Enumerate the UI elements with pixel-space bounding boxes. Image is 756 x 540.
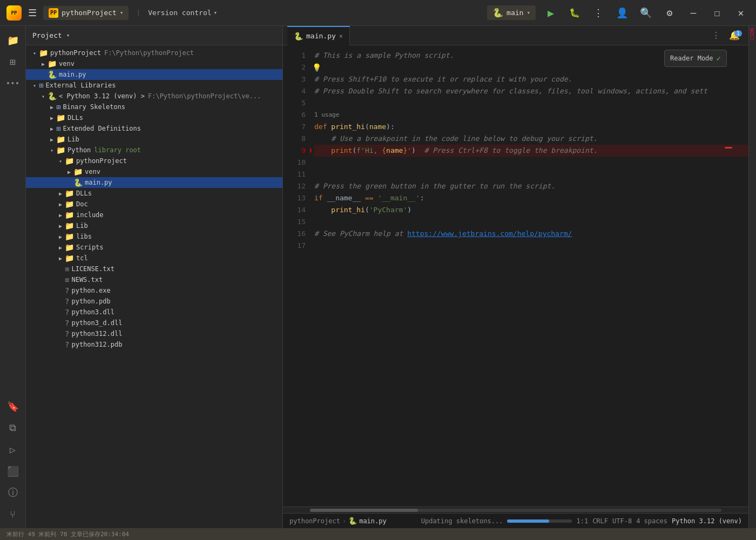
tree-arrow-binary-skeletons[interactable]: ▶ [48, 103, 56, 111]
project-panel-header[interactable]: Project ▾ [26, 26, 282, 45]
tree-item-python3-dll[interactable]: ▶ ? python3.dll [26, 307, 282, 318]
code-editor[interactable]: Reader Mode ✓ # This is a sample Python … [310, 45, 748, 507]
tree-item-lib-sub[interactable]: ▶ 📁 Lib [26, 220, 282, 231]
run-button[interactable]: ▶ [542, 4, 559, 22]
status-position[interactable]: 1:1 [576, 517, 588, 525]
tree-item-license[interactable]: ▶ ≡ LICENSE.txt [26, 264, 282, 274]
lightbulb-icon[interactable]: 💡 [312, 62, 321, 73]
status-encoding[interactable]: UTF-8 [612, 517, 632, 525]
tree-item-pythonProject-sub[interactable]: ▾ 📁 pythonProject [26, 156, 282, 166]
tree-item-main-py-sub[interactable]: ▶ 🐍 main.py [26, 177, 282, 188]
tree-item-venv[interactable]: ▶ 📁 venv [26, 58, 282, 69]
tree-item-dlls-ext[interactable]: ▶ 📁 DLLs [26, 112, 282, 123]
lib-icon-ext-defs: ⊞ [56, 124, 60, 133]
tree-item-python312-pdb[interactable]: ▶ ? python312.pdb [26, 339, 282, 350]
tree-item-binary-skeletons[interactable]: ▶ ⊞ Binary Skeletons [26, 102, 282, 112]
tree-label-news: NEWS.txt [71, 276, 103, 284]
run-config-selector[interactable]: 🐍 main ▾ [487, 5, 536, 20]
tree-item-ext-libraries[interactable]: ▾ ⊞ External Libraries [26, 80, 282, 91]
tree-label-scripts: Scripts [76, 244, 104, 251]
tree-item-include[interactable]: ▶ 📁 include [26, 210, 282, 220]
tree-arrow-dlls-sub[interactable]: ▶ [56, 189, 65, 198]
tab-main-py[interactable]: 🐍 main.py × [287, 26, 350, 45]
tree-arrow-dlls-ext[interactable]: ▶ [48, 113, 56, 122]
search-button[interactable]: 🔍 [637, 4, 654, 22]
tree-item-extended-defs[interactable]: ▶ ⊞ Extended Definitions [26, 123, 282, 134]
tree-label-doc: Doc [76, 200, 88, 208]
sidebar-item-plugins[interactable]: ⊞ [3, 52, 23, 71]
tree-arrow-pythonProject-sub[interactable]: ▾ [56, 157, 65, 165]
tab-close-btn[interactable]: × [339, 32, 343, 40]
tree-arrow-venv-sub[interactable]: ▶ [65, 167, 73, 176]
tree-item-python312[interactable]: ▾ 🐍 < Python 3.12 (venv) > F:\Python\pyt… [26, 91, 282, 102]
settings-button[interactable]: ⚙ [661, 4, 678, 22]
minimize-button[interactable]: — [685, 4, 702, 22]
tree-item-doc[interactable]: ▶ 📁 Doc [26, 199, 282, 210]
tree-item-dlls-sub[interactable]: ▶ 📁 DLLs [26, 188, 282, 199]
sidebar-item-terminal[interactable]: ⬛ [3, 461, 23, 481]
close-button[interactable]: ✕ [732, 4, 750, 22]
sidebar-item-layers[interactable]: ⧉ [3, 418, 23, 437]
tree-item-pythonProject[interactable]: ▾ 📁 pythonProject F:\Python\pythonProjec… [26, 48, 282, 58]
sidebar-item-bookmarks[interactable]: 🔖 [3, 396, 23, 416]
tree-item-python-lib-root[interactable]: ▾ 📁 Python library root [26, 145, 282, 156]
right-panel-csdn[interactable]: CSDN [749, 26, 756, 42]
tree-arrow-ext-libraries[interactable]: ▾ [30, 81, 39, 90]
tree-item-main-py[interactable]: ▶ 🐍 main.py [26, 69, 282, 80]
tree-arrow-tcl[interactable]: ▶ [56, 254, 65, 262]
breakpoint-dot[interactable] [310, 147, 312, 154]
tree-label-main-py-sub: main.py [85, 179, 112, 186]
tree-arrow-doc[interactable]: ▶ [56, 200, 65, 208]
tree-arrow-scripts[interactable]: ▶ [56, 243, 65, 252]
tree-arrow-python-lib-root[interactable]: ▾ [48, 146, 56, 154]
pycharm-help-link[interactable]: https://www.jetbrains.com/help/pycharm/ [407, 228, 572, 240]
tree-arrow-libs[interactable]: ▶ [56, 232, 65, 241]
sidebar-item-info[interactable]: ⓘ [3, 483, 23, 502]
tree-arrow-lib-ext[interactable]: ▶ [48, 135, 56, 144]
tree-path-pythonProject: F:\Python\pythonProject [104, 49, 194, 57]
code-paren-close: ) [411, 145, 416, 157]
editor-hscrollbar[interactable] [283, 507, 748, 513]
right-panel-strip: CSDN [748, 26, 756, 528]
tree-item-python-pdb[interactable]: ▶ ? python.pdb [26, 296, 282, 307]
sidebar-item-more[interactable]: ••• [3, 73, 23, 93]
tree-arrow-include[interactable]: ▶ [56, 211, 65, 219]
tree-item-scripts[interactable]: ▶ 📁 Scripts [26, 242, 282, 253]
line-16: 16 [283, 228, 306, 240]
status-indent[interactable]: 4 spaces [636, 517, 667, 525]
tree-item-news[interactable]: ▶ ≡ NEWS.txt [26, 274, 282, 285]
more-actions-button[interactable]: ⋮ [590, 4, 607, 22]
status-python-version[interactable]: Python 3.12 (venv) [672, 517, 742, 525]
version-control-btn[interactable]: Version control ▾ [148, 9, 217, 17]
line-8: 8 [283, 133, 306, 145]
tree-item-python3-d-dll[interactable]: ▶ ? python3_d.dll [26, 318, 282, 328]
tree-arrow-pythonProject[interactable]: ▾ [30, 49, 39, 57]
tree-item-venv-sub[interactable]: ▶ 📁 venv [26, 166, 282, 177]
sidebar-item-run2[interactable]: ▷ [3, 440, 23, 459]
tree-item-libs[interactable]: ▶ 📁 libs [26, 231, 282, 242]
tab-bell-btn[interactable]: 🔔 1 [725, 30, 744, 40]
sidebar-item-git[interactable]: ⑂ [3, 504, 23, 524]
py-icon-main: 🐍 [48, 70, 57, 79]
hamburger-menu[interactable]: ☰ [28, 7, 37, 18]
tree-arrow-venv[interactable]: ▶ [39, 59, 48, 68]
debug-button[interactable]: 🐛 [566, 4, 583, 22]
tree-item-python312-dll[interactable]: ▶ ? python312.dll [26, 328, 282, 339]
hscroll-track[interactable] [310, 509, 721, 512]
sidebar-item-project[interactable]: 📁 [3, 30, 23, 50]
tree-item-lib-ext[interactable]: ▶ 📁 Lib [26, 134, 282, 145]
tree-arrow-lib-sub[interactable]: ▶ [56, 221, 65, 230]
status-line-endings[interactable]: CRLF [592, 517, 608, 525]
tree-arrow-extended-defs[interactable]: ▶ [48, 124, 56, 133]
project-selector[interactable]: PP pythonProject ▾ [43, 6, 129, 20]
hscroll-thumb[interactable] [310, 509, 418, 512]
tree-item-tcl[interactable]: ▶ 📁 tcl [26, 253, 282, 264]
code-text-12: # Press the green button in the gutter t… [314, 180, 555, 192]
tree-arrow-python312[interactable]: ▾ [39, 92, 48, 100]
maximize-button[interactable]: ☐ [708, 4, 726, 22]
tree-item-python-exe[interactable]: ▶ ? python.exe [26, 285, 282, 296]
tree-label-include: include [76, 211, 104, 219]
line-10: 10 [283, 157, 306, 168]
account-button[interactable]: 👤 [613, 4, 631, 22]
tab-more-btn[interactable]: ⋮ [707, 30, 725, 40]
